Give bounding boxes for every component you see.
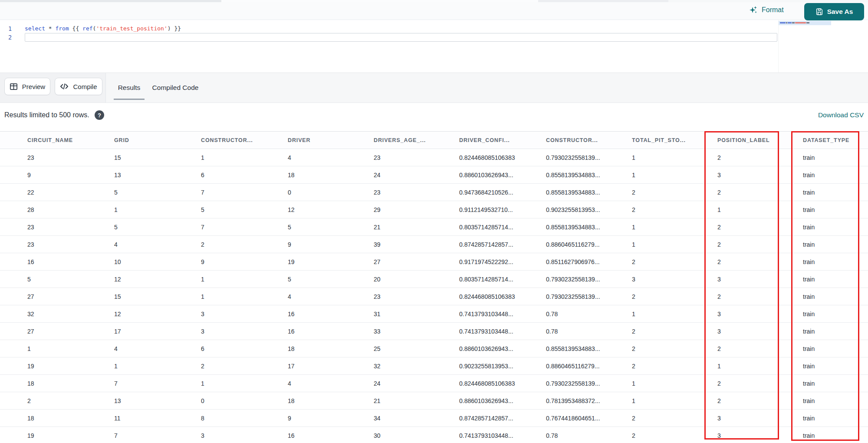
- table-cell: 2: [717, 154, 803, 161]
- code-token: 'train_test_position': [96, 25, 167, 32]
- code-icon: [60, 83, 69, 90]
- table-cell: 0.8860465116279...: [546, 363, 632, 370]
- tab-compiled-code-label: Compiled Code: [152, 84, 199, 92]
- table-cell: 0.8742857142857...: [459, 415, 546, 422]
- table-row: 1610919270.9171974522292...0.85116279069…: [0, 253, 868, 271]
- compile-button[interactable]: Compile: [55, 78, 102, 95]
- table-cell: 15: [114, 293, 201, 300]
- tab-strip-segment: [538, 0, 668, 2]
- table-cell: 0.9112149532710...: [459, 206, 546, 213]
- compile-button-label: Compile: [73, 83, 97, 90]
- table-cell: 2: [717, 380, 803, 387]
- table-cell: 2: [717, 293, 803, 300]
- table-cell: train: [803, 311, 868, 317]
- table-cell: 5: [288, 276, 374, 283]
- table-cell: 2: [717, 397, 803, 404]
- format-button[interactable]: Format: [749, 0, 784, 20]
- table-cell: 3: [201, 328, 288, 335]
- table-cell: 16: [288, 432, 374, 439]
- table-cell: 0.7930232558139...: [546, 293, 632, 300]
- table-cell: 10: [114, 258, 201, 265]
- table-cell: train: [803, 328, 868, 335]
- table-cell: 3: [717, 415, 803, 422]
- table-cell: 17: [288, 363, 374, 370]
- table-cell: train: [803, 172, 868, 179]
- results-toolbar: Preview Compile Results Compiled Code: [0, 73, 868, 103]
- table-cell: 9: [288, 415, 374, 422]
- table-cell: train: [803, 206, 868, 213]
- table-cell: 7: [114, 380, 201, 387]
- table-cell: 11: [114, 415, 201, 422]
- table-cell: 0.7930232558139...: [546, 276, 632, 283]
- table-cell: 1: [632, 224, 717, 231]
- table-cell: 9: [288, 241, 374, 248]
- tab-strip-segment: [668, 0, 868, 2]
- window-tab-strip: [0, 0, 868, 2]
- active-tab-indicator: [114, 99, 145, 100]
- code-token: ) }}: [168, 25, 181, 32]
- table-cell: 19: [27, 432, 114, 439]
- table-body: 231514230.8244680851063830.7930232558139…: [0, 149, 868, 443]
- tab-results-label: Results: [118, 84, 141, 92]
- table-row: 14618250.8860103626943...0.8558139534883…: [0, 340, 868, 357]
- active-line-highlight[interactable]: [25, 33, 777, 42]
- tab-compiled-code[interactable]: Compiled Code: [151, 73, 200, 102]
- editor-gutter: 1 2: [0, 24, 20, 42]
- preview-button-label: Preview: [22, 83, 45, 90]
- minimap-code-marks: [780, 22, 809, 23]
- table-cell: 15: [114, 154, 201, 161]
- table-cell: 1: [632, 311, 717, 317]
- table-row: 3212316310.7413793103448...0.7813train: [0, 305, 868, 323]
- table-cell: 0.7674418604651...: [546, 415, 632, 422]
- table-cell: train: [803, 224, 868, 231]
- table-cell: 21: [374, 397, 459, 404]
- table-cell: 4: [288, 154, 374, 161]
- table-cell: 1: [632, 380, 717, 387]
- table-cell: 1: [114, 206, 201, 213]
- table-cell: 24: [374, 380, 459, 387]
- table-cell: 16: [27, 258, 114, 265]
- table-cell: 32: [374, 363, 459, 370]
- table-cell: 9: [201, 258, 288, 265]
- sql-editor[interactable]: 1 2 select * from {{ ref('train_test_pos…: [0, 20, 868, 73]
- table-cell: train: [803, 276, 868, 283]
- table-cell: 2: [717, 224, 803, 231]
- table-cell: 0.78: [546, 311, 632, 317]
- table-cell: 0.78: [546, 432, 632, 439]
- code-token: {{: [69, 25, 82, 32]
- table-cell: 1: [201, 380, 288, 387]
- table-cell: 18: [288, 172, 374, 179]
- table-cell: 0.8860103626943...: [459, 172, 546, 179]
- tab-results[interactable]: Results: [114, 73, 145, 102]
- save-as-button[interactable]: Save As: [804, 3, 864, 20]
- table-cell: 0.8860103626943...: [459, 397, 546, 404]
- table-cell: 16: [288, 311, 374, 317]
- header-cell: CONSTRUCTOR...: [546, 137, 632, 143]
- table-cell: 3: [717, 311, 803, 317]
- preview-button[interactable]: Preview: [4, 78, 50, 95]
- table-cell: 1: [201, 276, 288, 283]
- code-line-1[interactable]: select * from {{ ref('train_test_positio…: [25, 24, 181, 33]
- table-cell: 0.9023255813953...: [459, 363, 546, 370]
- download-csv-link[interactable]: Download CSV: [818, 103, 864, 127]
- table-cell: 0.8860465116279...: [546, 241, 632, 248]
- table-cell: 2: [717, 189, 803, 196]
- table-cell: 23: [27, 241, 114, 248]
- table-cell: 32: [27, 311, 114, 317]
- table-cell: 5: [288, 224, 374, 231]
- table-cell: 23: [374, 293, 459, 300]
- table-cell: train: [803, 363, 868, 370]
- table-cell: 31: [374, 311, 459, 317]
- table-cell: 27: [27, 328, 114, 335]
- table-cell: 0.7413793103448...: [459, 311, 546, 317]
- header-cell: DRIVERS_AGE_...: [374, 137, 459, 143]
- table-cell: 39: [374, 241, 459, 248]
- editor-header-bar: Format Save As: [0, 0, 868, 20]
- format-button-label: Format: [762, 6, 784, 14]
- table-cell: 5: [27, 276, 114, 283]
- table-cell: 3: [717, 432, 803, 439]
- editor-minimap[interactable]: [778, 20, 832, 73]
- help-icon[interactable]: ?: [95, 110, 104, 120]
- table-cell: 33: [374, 328, 459, 335]
- table-cell: 19: [27, 363, 114, 370]
